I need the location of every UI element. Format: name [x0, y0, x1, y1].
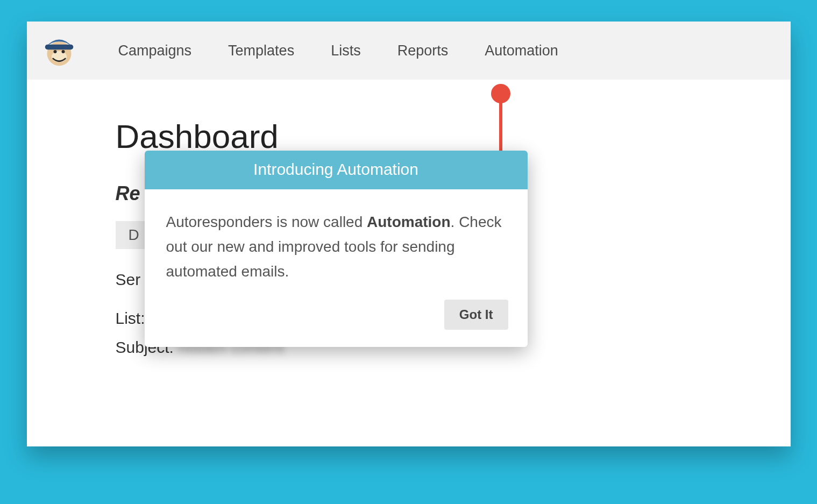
- got-it-button[interactable]: Got It: [444, 300, 508, 330]
- svg-point-3: [53, 50, 56, 53]
- nav-lists[interactable]: Lists: [331, 42, 361, 59]
- list-label: List:: [116, 309, 145, 327]
- modal-title: Introducing Automation: [145, 151, 528, 189]
- callout-dot-icon: [491, 84, 510, 103]
- top-nav: Campaigns Templates Lists Reports Automa…: [27, 22, 791, 80]
- nav-templates[interactable]: Templates: [228, 42, 294, 59]
- modal-body-bold: Automation: [367, 214, 451, 230]
- modal-footer: Got It: [145, 300, 528, 347]
- app-window: Campaigns Templates Lists Reports Automa…: [27, 22, 791, 446]
- nav-items: Campaigns Templates Lists Reports Automa…: [118, 42, 558, 59]
- nav-campaigns[interactable]: Campaigns: [118, 42, 192, 59]
- modal-body: Autoresponders is now called Automation.…: [145, 189, 528, 300]
- modal-body-prefix: Autoresponders is now called: [166, 214, 367, 230]
- intro-modal: Introducing Automation Autoresponders is…: [145, 151, 528, 347]
- svg-rect-2: [45, 45, 73, 49]
- nav-automation[interactable]: Automation: [485, 42, 558, 59]
- svg-point-4: [61, 50, 65, 53]
- page-title: Dashboard: [116, 117, 702, 155]
- mailchimp-logo-icon[interactable]: [43, 34, 75, 67]
- nav-reports[interactable]: Reports: [397, 42, 449, 59]
